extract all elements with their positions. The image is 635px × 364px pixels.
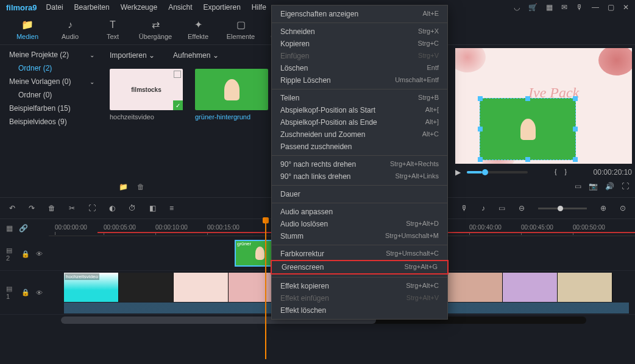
resize-handle[interactable] [478, 127, 483, 131]
ctx-item-effekt-kopieren[interactable]: Effekt kopierenStrg+Alt+C [272, 280, 447, 292]
ctx-item-greenscreen[interactable]: GreenscreenStrg+Alt+G [271, 260, 449, 275]
user-icon[interactable]: ◡ [514, 3, 520, 12]
folder-add-icon[interactable]: 📁 [119, 183, 128, 191]
menu-tools[interactable]: Werkzeuge [121, 3, 157, 12]
undo-icon[interactable]: ↶ [9, 204, 15, 212]
render-icon[interactable]: ▭ [498, 204, 505, 212]
thumb-hochzeitsvideo[interactable]: filmstocks ✓ hochzeitsvideo [110, 69, 183, 121]
ctx-item-audio-anpassen[interactable]: Audio anpassen [272, 206, 447, 218]
ctx-item-farbkorrektur[interactable]: FarbkorrekturStrg+Umschalt+C [272, 248, 447, 260]
sidebar-item-templates[interactable]: Meine Vorlagen (0)⌄ [0, 75, 104, 88]
ctx-item-effekt-l-schen[interactable]: Effekt löschen [272, 304, 447, 317]
ctx-item-teilen[interactable]: TeilenStrg+B [272, 92, 447, 104]
speed-icon[interactable]: ⏱ [129, 204, 136, 212]
ctx-item-90-nach-rechts-drehen[interactable]: 90° nach rechts drehenStrg+Alt+Rechts [272, 158, 447, 170]
color-icon[interactable]: ◧ [149, 204, 156, 212]
mic-icon[interactable]: 🎙 [461, 204, 468, 212]
menu-help[interactable]: Hilfe [252, 3, 266, 12]
import-button[interactable]: Importieren ⌄ [110, 51, 155, 60]
cart-icon[interactable]: 🛒 [528, 3, 537, 12]
ctx-item-dauer[interactable]: Dauer [272, 188, 447, 200]
resize-handle[interactable] [525, 96, 530, 101]
resize-handle[interactable] [478, 157, 483, 162]
ctx-item-stumm[interactable]: StummStrg+Umschalt+M [272, 230, 447, 242]
trash-icon[interactable]: 🗑 [137, 183, 144, 191]
ctx-item-l-schen[interactable]: LöschenEntf [272, 62, 447, 74]
ctx-item-audio-losl-sen[interactable]: Audio loslösenStrg+Alt+D [272, 218, 447, 230]
cut-icon[interactable]: ✂ [69, 204, 75, 212]
redo-icon[interactable]: ↷ [29, 204, 35, 212]
camera-icon[interactable]: 📷 [589, 182, 598, 191]
play-button[interactable]: ▶ [455, 168, 461, 177]
progress-slider[interactable] [467, 171, 528, 173]
menu-file[interactable]: Datei [46, 3, 63, 12]
thumb-green[interactable]: grüner-hintergrund [195, 69, 268, 121]
ctx-item-zuschneiden-und-zoomen[interactable]: Zuschneiden und ZoomenAlt+C [272, 128, 447, 141]
resize-handle[interactable] [573, 157, 578, 162]
finger-icon [520, 119, 536, 140]
mail-icon[interactable]: ✉ [561, 3, 567, 12]
context-menu: Eigenschaften anzeigenAlt+ESchneidenStrg… [271, 5, 448, 320]
menu-view[interactable]: Ansicht [168, 3, 192, 12]
ctx-item-abspielkopf-position-als-ende[interactable]: Abspielkopf-Position als EndeAlt+] [272, 116, 447, 128]
sidebar-item-videos[interactable]: Beispielvideos (9) [0, 115, 104, 128]
minimize-icon[interactable]: — [592, 3, 599, 12]
close-icon[interactable]: ✕ [623, 3, 629, 12]
fullscreen-icon[interactable]: ⛶ [622, 182, 629, 191]
ctx-item-abspielkopf-position-als-start[interactable]: Abspielkopf-Position als StartAlt+[ [272, 104, 447, 116]
tab-media[interactable]: 📁Medien [6, 19, 49, 40]
ctx-item-schneiden[interactable]: SchneidenStrg+X [272, 26, 447, 38]
preview-canvas[interactable]: Ive Pack [455, 48, 632, 164]
zoom-fit-icon[interactable]: ⊙ [620, 204, 626, 212]
track-icon[interactable]: ▦ [6, 224, 13, 233]
next-frame-icon[interactable]: ｝ [564, 167, 571, 177]
settings-icon[interactable]: ≡ [169, 204, 174, 212]
maximize-icon[interactable]: ▢ [608, 3, 614, 12]
resize-handle[interactable] [573, 127, 578, 131]
zoom-slider[interactable] [538, 208, 587, 209]
resize-handle[interactable] [573, 96, 578, 101]
lock-icon[interactable]: 🔒 [21, 250, 30, 258]
adjust-icon[interactable]: ◐ [109, 204, 115, 212]
sidebar-item-projects[interactable]: Meine Projekte (2)⌄ [0, 48, 104, 61]
volume-icon[interactable]: 🔊 [605, 182, 614, 191]
resize-handle[interactable] [478, 96, 483, 101]
record-button[interactable]: Aufnehmen ⌄ [173, 51, 219, 60]
ctx-item-passend-zuschneiden[interactable]: Passend zuschneiden [272, 141, 447, 153]
tab-effects[interactable]: ✦Effekte [177, 19, 219, 40]
resize-handle[interactable] [525, 157, 530, 162]
mic-icon[interactable]: 🎙 [576, 3, 583, 12]
eye-icon[interactable]: 👁 [36, 250, 43, 257]
tab-text[interactable]: TText [91, 19, 134, 40]
ctx-item-eigenschaften-anzeigen[interactable]: Eigenschaften anzeigenAlt+E [272, 8, 447, 20]
sidebar-item-colors[interactable]: Beispielfarben (15) [0, 102, 104, 115]
monitor-icon[interactable]: ▭ [575, 182, 581, 191]
ctx-item-kopieren[interactable]: KopierenStrg+C [272, 38, 447, 50]
delete-icon[interactable]: 🗑 [48, 204, 55, 212]
tab-elements[interactable]: ▢Elemente [219, 19, 262, 40]
sidebar-item-folder2[interactable]: Ordner (0) [0, 88, 104, 102]
prev-frame-icon[interactable]: ｛ [550, 167, 558, 177]
crop-icon[interactable]: ⛶ [88, 204, 96, 212]
ctx-item-90-nach-links-drehen[interactable]: 90° nach links drehenStrg+Alt+Links [272, 170, 447, 183]
ctx-shortcut: Umschalt+Entf [395, 76, 439, 85]
grid-icon[interactable]: ▦ [546, 3, 553, 12]
playhead[interactable] [265, 219, 266, 359]
sidebar-item-folder[interactable]: Ordner (2) [0, 61, 104, 75]
zoom-out-icon[interactable]: ⊖ [519, 204, 525, 212]
flower-decoration [598, 48, 632, 75]
ctx-shortcut: Alt+[ [425, 106, 439, 114]
tab-transitions[interactable]: ⇄Übergänge [134, 19, 177, 40]
menu-export[interactable]: Exportieren [203, 3, 240, 12]
track-head: ▤ 1 🔒 👁 [0, 285, 49, 300]
music-icon[interactable]: ♪ [481, 204, 485, 212]
green-overlay[interactable] [480, 98, 576, 160]
eye-icon[interactable]: 👁 [36, 289, 43, 296]
lock-icon[interactable]: 🔒 [21, 289, 30, 296]
zoom-in-icon[interactable]: ⊕ [600, 204, 606, 212]
ctx-item-ripple-l-schen[interactable]: Ripple LöschenUmschalt+Entf [272, 74, 447, 86]
tab-audio[interactable]: ♪Audio [49, 19, 91, 40]
ctx-item-einf-gen: EinfügenStrg+V [272, 50, 447, 62]
menu-edit[interactable]: Bearbeiten [74, 3, 110, 12]
link-icon[interactable]: 🔗 [19, 224, 28, 233]
